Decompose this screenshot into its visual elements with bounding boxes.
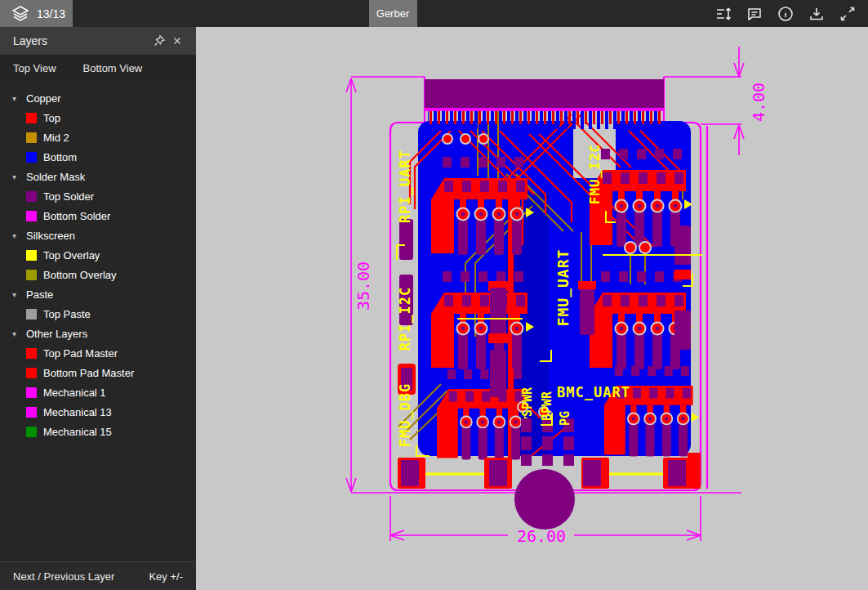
label-fmu-i2c: FMU_I2C (587, 144, 603, 204)
expand-icon (839, 5, 857, 23)
dim-connector-offset: 4.00 (749, 83, 768, 122)
layer-item-label: Bottom Pad Master (43, 367, 134, 379)
layer-item-mechanical-1[interactable]: Mechanical 1 (0, 382, 196, 402)
next-previous-layer-hint: Next / Previous Layer (13, 570, 114, 583)
layer-item-mechanical-13[interactable]: Mechanical 13 (0, 402, 196, 422)
label-rpi-i2c: RPI_I2C (397, 287, 413, 351)
label-fmu-uart: FMU_UART (554, 249, 572, 327)
layer-color-swatch (26, 132, 37, 143)
layer-color-swatch (26, 270, 37, 280)
pcb-render: 35.00 26.00 4.00 (196, 27, 868, 590)
layers-panel-title: Layers (13, 34, 47, 47)
layer-group-label: Silkscreen (26, 230, 75, 242)
layer-item-label: Mechanical 15 (43, 426, 112, 438)
tab-top-view[interactable]: Top View (13, 62, 56, 74)
top-bar: 13/13 Gerber (0, 0, 868, 27)
layer-color-swatch (26, 113, 37, 123)
layer-item-top-solder[interactable]: Top Solder (0, 186, 196, 206)
layer-color-swatch (26, 387, 37, 398)
layers-counter-button[interactable]: 13/13 (0, 0, 73, 27)
mask-circle (514, 469, 575, 530)
label-spwr: SPWR (520, 387, 535, 417)
layer-item-mid-2[interactable]: Mid 2 (0, 127, 196, 147)
pin-icon (153, 34, 166, 47)
close-icon (171, 35, 183, 47)
download-button[interactable] (806, 3, 827, 25)
close-panel-button[interactable] (168, 32, 186, 50)
layer-color-swatch (26, 407, 37, 418)
pin-panel-button[interactable] (150, 32, 168, 50)
layer-item-label: Mechanical 13 (43, 406, 112, 418)
layers-panel-header: Layers (0, 27, 196, 55)
layer-group-solder-mask[interactable]: ▾Solder Mask (0, 167, 196, 186)
chevron-down-icon: ▾ (12, 94, 20, 103)
gerber-viewer-app: 13/13 Gerber (0, 0, 868, 590)
layers-panel-footer: Next / Previous Layer Key +/- (0, 561, 196, 590)
info-icon (777, 5, 795, 23)
layer-color-swatch (26, 152, 37, 163)
chevron-down-icon: ▾ (12, 290, 20, 299)
layer-group-other-layers[interactable]: ▾Other Layers (0, 324, 196, 343)
layer-item-top[interactable]: Top (0, 108, 196, 127)
comments-button[interactable] (744, 3, 765, 25)
layer-item-label: Top Solder (43, 190, 94, 203)
layer-group-copper[interactable]: ▾Copper (0, 88, 196, 108)
tab-gerber[interactable]: Gerber (369, 0, 417, 27)
layer-item-label: Top Pad Master (43, 347, 118, 360)
layer-item-bottom-pad-master[interactable]: Bottom Pad Master (0, 363, 196, 382)
label-bpwr: BPWR (540, 391, 554, 421)
label-rpi-uart: RPI_UART (397, 150, 413, 223)
layer-color-swatch (26, 250, 37, 261)
layer-item-mechanical-15[interactable]: Mechanical 15 (0, 422, 196, 441)
fullscreen-button[interactable] (837, 3, 858, 25)
gerber-canvas[interactable]: 35.00 26.00 4.00 (196, 27, 868, 590)
top-bar-actions (713, 0, 868, 27)
tab-bottom-view[interactable]: Bottom View (83, 62, 143, 74)
layer-item-label: Mechanical 1 (43, 387, 106, 399)
label-pg: PG (558, 411, 572, 426)
layer-group-label: Copper (26, 92, 61, 105)
layer-item-top-paste[interactable]: Top Paste (0, 304, 196, 324)
layer-item-top-overlay[interactable]: Top Overlay (0, 245, 196, 265)
download-icon (808, 5, 826, 23)
top-bar-middle: Gerber (73, 0, 713, 27)
layer-item-label: Mid 2 (43, 132, 69, 144)
layer-color-swatch (26, 348, 37, 359)
dim-board-height: 35.00 (354, 261, 373, 311)
tab-gerber-label: Gerber (376, 7, 409, 20)
layer-group-label: Paste (26, 288, 53, 301)
layer-group-label: Other Layers (26, 328, 87, 340)
layer-color-swatch (26, 211, 37, 221)
layer-item-bottom-solder[interactable]: Bottom Solder (0, 206, 196, 226)
layer-item-bottom-overlay[interactable]: Bottom Overlay (0, 265, 196, 284)
layer-color-swatch (26, 427, 37, 437)
layer-item-label: Bottom Overlay (43, 269, 117, 281)
layer-stackup-button[interactable] (713, 3, 734, 25)
view-tabs: Top View Bottom View (0, 55, 196, 82)
layer-color-swatch (26, 368, 37, 378)
layer-color-swatch (26, 309, 37, 320)
layer-item-label: Top Overlay (43, 249, 100, 261)
chevron-down-icon: ▾ (12, 231, 20, 240)
layer-group-label: Solder Mask (26, 171, 85, 183)
label-bmc-uart: BMC_UART (557, 384, 630, 400)
layers-list: ▾CopperTopMid 2Bottom▾Solder MaskTop Sol… (0, 82, 196, 561)
layer-item-label: Bottom (43, 151, 77, 163)
label-fmu-dbg: FMU_DBG (397, 383, 413, 448)
layer-item-bottom[interactable]: Bottom (0, 147, 196, 167)
layer-item-label: Top (43, 112, 60, 124)
layers-panel: Layers Top View Bottom View ▾CopperTopMi… (0, 27, 196, 590)
layer-group-silkscreen[interactable]: ▾Silkscreen (0, 226, 196, 245)
chevron-down-icon: ▾ (12, 172, 20, 181)
layer-group-paste[interactable]: ▾Paste (0, 284, 196, 304)
edge-connector (425, 79, 664, 129)
layer-item-top-pad-master[interactable]: Top Pad Master (0, 343, 196, 363)
key-shortcut-hint: Key +/- (149, 570, 183, 583)
layer-stackup-icon (714, 5, 732, 23)
layer-color-swatch (26, 191, 37, 202)
layer-item-label: Top Paste (43, 308, 91, 320)
layers-icon (11, 4, 30, 24)
layer-item-label: Bottom Solder (43, 210, 110, 222)
comment-icon (746, 5, 763, 23)
info-button[interactable] (775, 3, 796, 25)
